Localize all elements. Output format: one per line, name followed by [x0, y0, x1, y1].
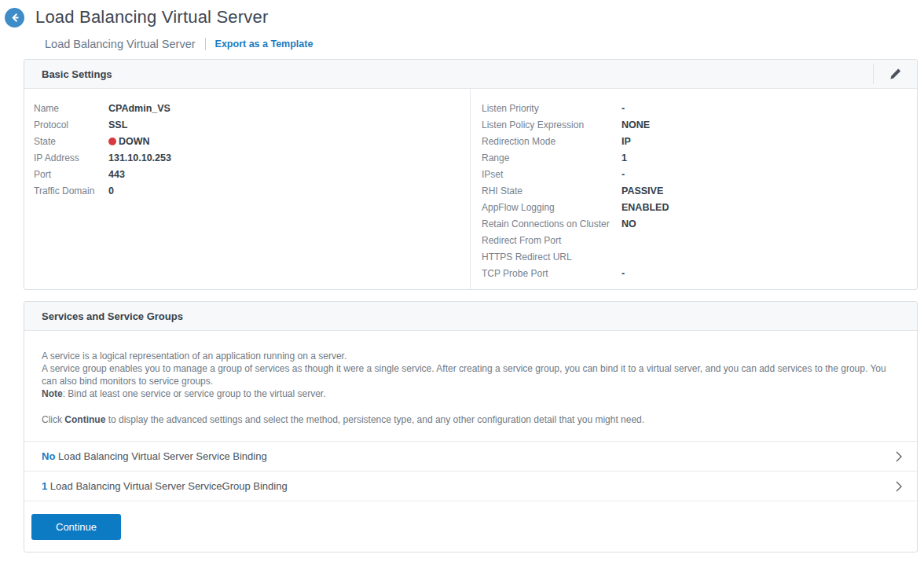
back-button[interactable] [5, 8, 24, 28]
subnav: Load Balancing Virtual Server Export as … [45, 38, 924, 50]
chevron-right-icon [895, 450, 903, 463]
field-redirect-from-port: Redirect From Port [482, 232, 917, 248]
field-https-redirect-url: HTTPS Redirect URL [482, 248, 917, 265]
chevron-right-icon [895, 480, 903, 493]
field-protocol: Protocol SSL [34, 116, 470, 133]
field-range: Range 1 [482, 149, 917, 166]
continue-button-row: Continue [24, 501, 917, 552]
page-title: Load Balancing Virtual Server [35, 7, 268, 28]
services-desc-line2: A service group enables you to manage a … [42, 362, 898, 387]
field-state: State DOWN [34, 133, 470, 149]
services-panel: Services and Service Groups A service is… [24, 301, 918, 552]
pencil-icon [889, 68, 902, 80]
basic-settings-title: Basic Settings [42, 68, 112, 80]
servicegroup-binding-label: Load Balancing Virtual Server ServiceGro… [47, 480, 287, 492]
edit-basic-settings-button[interactable] [886, 64, 906, 84]
basic-settings-header: Basic Settings [24, 60, 917, 89]
basic-settings-body: Name CPAdmin_VS Protocol SSL State DOWN … [24, 89, 917, 289]
field-ipset: IPset - [482, 166, 917, 182]
page-header: Load Balancing Virtual Server [0, 0, 924, 28]
continue-button[interactable]: Continue [31, 514, 121, 540]
basic-settings-right-column: Listen Priority - Listen Policy Expressi… [471, 89, 917, 289]
field-traffic-domain: Traffic Domain 0 [34, 182, 470, 199]
field-listen-policy-expression: Listen Policy Expression NONE [482, 116, 917, 133]
field-ip-address: IP Address 131.10.10.253 [34, 149, 470, 166]
field-port: Port 443 [34, 166, 470, 182]
header-divider [873, 64, 874, 84]
state-value: DOWN [108, 136, 150, 147]
subnav-tab-lb-virtual-server[interactable]: Load Balancing Virtual Server [45, 38, 196, 50]
arrow-left-icon [9, 12, 20, 24]
field-name: Name CPAdmin_VS [34, 100, 470, 116]
services-title: Services and Service Groups [42, 310, 183, 322]
services-note: Note: Bind at least one service or servi… [42, 387, 898, 400]
field-tcp-probe-port: TCP Probe Port - [482, 265, 917, 281]
field-listen-priority: Listen Priority - [482, 100, 917, 116]
services-header: Services and Service Groups [24, 302, 917, 331]
service-binding-row[interactable]: No Load Balancing Virtual Server Service… [24, 441, 917, 471]
service-binding-count: No [42, 450, 55, 462]
subnav-divider [205, 38, 206, 50]
continue-hint: Click Continue to display the advanced s… [24, 400, 917, 441]
basic-settings-left-column: Name CPAdmin_VS Protocol SSL State DOWN … [24, 89, 471, 289]
export-as-template-link[interactable]: Export as a Template [215, 39, 314, 50]
service-binding-label: Load Balancing Virtual Server Service Bi… [55, 450, 266, 462]
field-retain-connections-on-cluster: Retain Connections on Cluster NO [482, 215, 917, 232]
basic-settings-panel: Basic Settings Name CPAdmin_VS Protocol … [24, 59, 918, 290]
state-down-dot-icon [108, 138, 116, 145]
servicegroup-binding-row[interactable]: 1 Load Balancing Virtual Server ServiceG… [24, 471, 917, 501]
field-rhi-state: RHI State PASSIVE [482, 182, 917, 199]
services-description: A service is a logical representation of… [24, 331, 917, 400]
field-redirection-mode: Redirection Mode IP [482, 133, 917, 149]
field-appflow-logging: AppFlow Logging ENABLED [482, 199, 917, 215]
services-desc-line1: A service is a logical representation of… [42, 350, 898, 362]
